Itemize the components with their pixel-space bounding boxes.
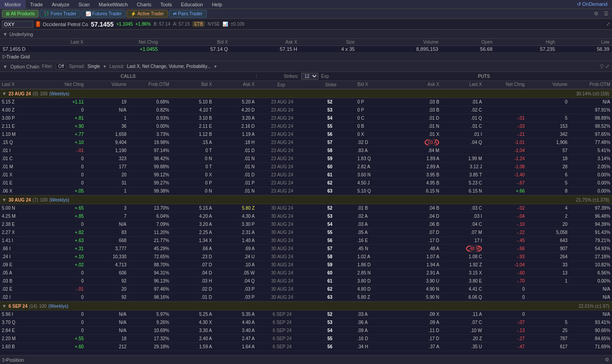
- table-row[interactable]: .15 Q +.10 9,404 19.98% .15 A .18 H 23 A…: [0, 139, 612, 147]
- table-row[interactable]: 1.10 M +.77 1,658 3.73% 1.12 B 1.19 A 23…: [0, 130, 612, 139]
- table-row[interactable]: .01 E 0 31 99.27% 0 P .01 P 23 AUG 24 62…: [0, 179, 612, 187]
- puts-col-netchng[interactable]: Net Chng: [484, 81, 526, 89]
- table-row[interactable]: .01 C 0 323 98.42% 0 N .01 N 23 AUG 24 5…: [0, 155, 612, 163]
- table-row[interactable]: .01 M 0 177 99.88% 0 T .01 N 23 AUG 24 6…: [0, 163, 612, 171]
- nav-trade[interactable]: Trade: [26, 0, 47, 9]
- table-row[interactable]: 1.60 B +.60 212 29.18% 1.59 A 1.64 A 6 S…: [0, 343, 612, 351]
- oc-expand-icon[interactable]: ⤢: [605, 63, 609, 69]
- oc-filter-icon[interactable]: ▽: [600, 63, 603, 69]
- table-row[interactable]: 3.00 P +.81 1 0.93% 3.10 B 3.20 A 23 AUG…: [0, 114, 612, 122]
- puts-col-probotm[interactable]: Prob.OTM: [569, 81, 612, 89]
- expiry-header-0[interactable]: ▼ 23 AUG 24 (0) 100 (Weeklys) 30.14% (±0…: [0, 89, 612, 98]
- nav-help[interactable]: Help: [208, 0, 227, 9]
- puts-col-volume[interactable]: Volume: [526, 81, 569, 89]
- table-row[interactable]: .06 X +.05 1 99.38% 0 N .01 N 23 AUG 24 …: [0, 187, 612, 195]
- table-row[interactable]: .02 I 0 92 98.16% .01 D .03 P 30 AUG 24 …: [0, 293, 612, 301]
- table-row[interactable]: 3.70 Q 0 N/A 9.26% 4.30 X 4.40 A 6 SEP 2…: [0, 319, 612, 327]
- table-row[interactable]: 5.15 Z +1.11 19 0.68% 5.10 B 5.20 A 23 A…: [0, 98, 612, 106]
- strike-cell[interactable]: 61: [306, 172, 354, 178]
- table-row[interactable]: 4.00 Z 0 N/A 0.82% 4.10 T 4.20 D 23 AUG …: [0, 106, 612, 114]
- strike-cell[interactable]: 58: [306, 254, 354, 260]
- settings-icon[interactable]: ⚙: [592, 10, 600, 18]
- option-chain-title[interactable]: Option Chain: [10, 64, 39, 69]
- strikes-select[interactable]: 12 6 All: [301, 73, 318, 80]
- calls-col-bidx[interactable]: Bid X: [171, 81, 214, 89]
- table-row[interactable]: 4.25 M +.85 7 6.04% 4.20 A 4.30 A 30 AUG…: [0, 212, 612, 220]
- nav-scan[interactable]: Scan: [74, 0, 94, 9]
- table-row[interactable]: 2.11 E +.90 36 0.00% 2.11 E 2.16 D 23 AU…: [0, 122, 612, 130]
- table-row[interactable]: .02 E -.01 20 97.46% .02 D .03 P 30 AUG …: [0, 285, 612, 293]
- all-products-btn[interactable]: ⊞ All Products: [2, 10, 39, 18]
- menu-icon[interactable]: ☰: [602, 10, 610, 18]
- strike-cell[interactable]: 52: [306, 205, 354, 211]
- strike-cell[interactable]: 59: [306, 156, 354, 162]
- strike-cell[interactable]: 52: [306, 311, 354, 317]
- table-row[interactable]: .03 B 0 92 96.13% .03 H .04 Q 30 AUG 24 …: [0, 277, 612, 285]
- strike-cell[interactable]: 63: [306, 294, 354, 300]
- nav-marketwatch[interactable]: MarketWatch: [94, 0, 132, 9]
- table-row[interactable]: 2.20 M +.55 18 17.32% 2.40 A 2.47 A 6 SE…: [0, 335, 612, 343]
- nav-charts[interactable]: Charts: [132, 0, 156, 9]
- nav-analyze[interactable]: Analyze: [47, 0, 74, 9]
- table-row[interactable]: 5.96 I 0 N/A 5.97% 5.25 A 5.35 A 6 SEP 2…: [0, 310, 612, 319]
- table-row[interactable]: .09 E +.02 4,713 88.70% .07 D .10 A 30 A…: [0, 261, 612, 269]
- table-row[interactable]: .66 I +.31 3,777 45.29% .66 A .69 A 30 A…: [0, 245, 612, 253]
- symbol-input[interactable]: [2, 21, 33, 28]
- expiry-header-1[interactable]: ▼ 30 AUG 24 (7) 100 (Weeklys) 21.75% (±1…: [0, 195, 612, 204]
- trade-grid-section[interactable]: ▷ Trade Grid: [0, 52, 612, 61]
- table-row[interactable]: .05 A 0 606 94.31% .04 D .05 W 30 AUG 24…: [0, 269, 612, 277]
- table-row[interactable]: .24 I +.10 10,330 72.65% .23 D .24 U 30 …: [0, 253, 612, 261]
- puts-col-lastx[interactable]: Last X: [441, 81, 484, 89]
- forex-trader-btn[interactable]: 💱 Forex Trader: [40, 10, 80, 18]
- expiry-header-2[interactable]: ▼ 6 SEP 24 (14) 100 (Weeklys) 22.01% (±1…: [0, 301, 612, 310]
- strike-cell[interactable]: 56: [306, 238, 354, 243]
- calls-col-askx[interactable]: Ask X: [214, 81, 257, 89]
- strike-cell[interactable]: 55: [306, 123, 354, 129]
- strike-cell[interactable]: 63: [306, 188, 354, 194]
- table-row[interactable]: .01 I -.01 1,190 97.14% 0 T .01 D 23 AUG…: [0, 147, 612, 155]
- strike-cell[interactable]: 57: [306, 139, 354, 145]
- table-row[interactable]: .96 H +.36 802 46.40% .96 D .98 H 6 SEP …: [0, 351, 612, 352]
- strike-cell[interactable]: 53: [306, 213, 354, 219]
- strike-cell[interactable]: 56: [306, 131, 354, 137]
- table-row[interactable]: .01 X 0 20 99.12% 0 X .01 D 23 AUG 24 61…: [0, 171, 612, 179]
- nav-tools[interactable]: Tools: [156, 0, 177, 9]
- table-row[interactable]: 1.41 I +.63 668 21.77% 1.34 X 1.40 A 30 …: [0, 237, 612, 245]
- pairs-trader-btn[interactable]: ⇄ Pairs Trader: [169, 10, 206, 18]
- layout-value[interactable]: Last X, Net Change, Volume, Probability.…: [127, 64, 211, 69]
- nav-monitor[interactable]: Monitor: [0, 0, 26, 9]
- nav-education[interactable]: Education: [177, 0, 208, 9]
- strike-cell[interactable]: 59: [306, 262, 354, 268]
- expiry-chevron-1[interactable]: ▼: [0, 197, 9, 202]
- strike-cell[interactable]: 53: [306, 319, 354, 325]
- active-trader-btn[interactable]: ⚡ Active Trader: [127, 10, 168, 18]
- strike-cell[interactable]: 58: [306, 148, 354, 153]
- spread-value[interactable]: Single: [87, 64, 100, 69]
- strike-cell[interactable]: 53: [306, 107, 354, 113]
- calls-col-volume[interactable]: Volume: [86, 81, 128, 89]
- table-row[interactable]: 2.38 E 0 N/A 7.09% 3.20 A 3.30 P 30 AUG …: [0, 220, 612, 229]
- strike-cell[interactable]: 54: [306, 221, 354, 227]
- puts-col-askx[interactable]: Ask X: [398, 81, 441, 89]
- table-row[interactable]: 2.84 E 0 N/A 10.69% 3.30 A 3.40 A 6 SEP …: [0, 327, 612, 335]
- strike-cell[interactable]: 62: [306, 286, 354, 292]
- expiry-chevron-2[interactable]: ▼: [0, 303, 9, 309]
- strike-cell[interactable]: 54: [306, 328, 354, 333]
- table-row[interactable]: 5.00 N +.65 3 13.70% 5.15 A 5.80 Z 30 AU…: [0, 204, 612, 212]
- strike-cell[interactable]: 61: [306, 278, 354, 284]
- strike-cell[interactable]: 54: [306, 115, 354, 121]
- strike-cell[interactable]: 52: [306, 99, 354, 105]
- futures-trader-btn[interactable]: 📈 Futures Trader: [82, 10, 126, 18]
- expiry-chevron-0[interactable]: ▼: [0, 91, 9, 96]
- strike-cell[interactable]: 55: [306, 229, 354, 235]
- strike-cell[interactable]: 60: [306, 164, 354, 170]
- calls-col-netchng[interactable]: Net Chng: [43, 81, 86, 89]
- option-chain-scroll[interactable]: ▼ 23 AUG 24 (0) 100 (Weeklys) 30.14% (±0…: [0, 89, 612, 352]
- ondemand-label[interactable]: ↺ OnDemand: [572, 0, 612, 8]
- strike-cell[interactable]: 60: [306, 270, 354, 276]
- corner-expand-btn[interactable]: ⤢: [606, 21, 610, 27]
- strike-cell[interactable]: 56: [306, 344, 354, 350]
- calls-col-lastx[interactable]: Last X: [0, 81, 43, 89]
- strike-cell[interactable]: 57: [306, 246, 354, 252]
- puts-col-bidx[interactable]: Bid X: [356, 81, 399, 89]
